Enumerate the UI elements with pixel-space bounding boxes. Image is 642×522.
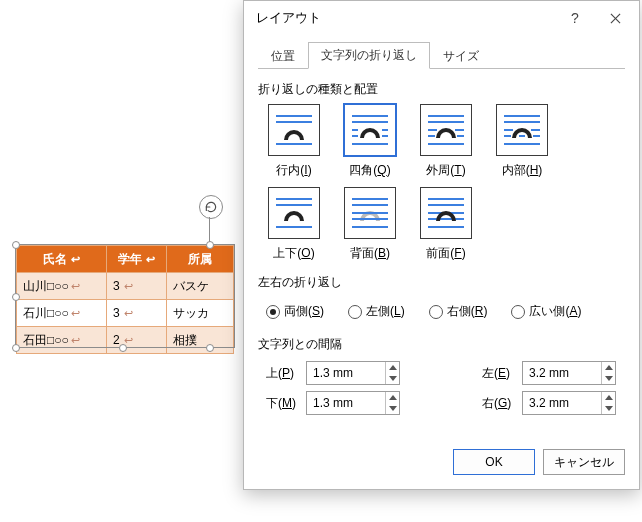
radio-icon [348, 305, 362, 319]
wrap-square-label: 四角(Q) [349, 162, 390, 179]
wrap-topbottom-label: 上下(O) [273, 245, 314, 262]
spacing-top-label: 上(P) [266, 365, 296, 382]
resize-handle[interactable] [12, 293, 20, 301]
wrap-inline-icon [268, 104, 320, 156]
svg-marker-47 [605, 406, 613, 411]
wrap-option-front[interactable]: 前面(F) [418, 187, 474, 262]
dialog-titlebar[interactable]: レイアウト ? [244, 1, 639, 36]
wrap-option-inline[interactable]: 行内(I) [266, 104, 322, 179]
section-spacing: 文字列との間隔 [258, 336, 625, 353]
svg-marker-43 [605, 376, 613, 381]
resize-handle[interactable] [119, 344, 127, 352]
spin-up-icon[interactable] [386, 392, 399, 403]
wrap-tight-icon [420, 104, 472, 156]
lr-wrap-radios: 両側(S) 左側(L) 右側(R) 広い側(A) [258, 297, 625, 324]
wrap-tight-label: 外周(T) [426, 162, 465, 179]
tab-position[interactable]: 位置 [258, 43, 308, 69]
help-button[interactable]: ? [555, 3, 595, 33]
spin-down-icon[interactable] [386, 373, 399, 384]
wrap-front-icon [420, 187, 472, 239]
radio-wide-side[interactable]: 広い側(A) [511, 303, 581, 320]
svg-marker-46 [605, 395, 613, 400]
spacing-bottom-input[interactable] [307, 392, 385, 414]
svg-marker-41 [389, 376, 397, 381]
svg-marker-45 [389, 406, 397, 411]
spacing-top-input[interactable] [307, 362, 385, 384]
section-lr-wrap: 左右の折り返し [258, 274, 625, 291]
spacing-left-spinner[interactable] [522, 361, 616, 385]
wrap-option-through[interactable]: 内部(H) [494, 104, 550, 179]
spacing-right-label: 右(G) [482, 395, 512, 412]
wrap-topbottom-icon [268, 187, 320, 239]
spacing-right-input[interactable] [523, 392, 601, 414]
selection-outline [15, 244, 235, 348]
wrap-square-icon [344, 104, 396, 156]
radio-icon [429, 305, 443, 319]
rotate-handle-connector [209, 217, 210, 244]
wrap-option-square[interactable]: 四角(Q) [342, 104, 398, 179]
layout-dialog: レイアウト ? 位置 文字列の折り返し サイズ 折り返しの種類と配置 行内(I) [243, 0, 640, 490]
wrap-option-behind[interactable]: 背面(B) [342, 187, 398, 262]
spin-down-icon[interactable] [386, 403, 399, 414]
spacing-bottom-label: 下(M) [266, 395, 296, 412]
close-button[interactable] [595, 3, 635, 33]
spin-up-icon[interactable] [602, 362, 615, 373]
spin-down-icon[interactable] [602, 403, 615, 414]
wrap-inline-label: 行内(I) [276, 162, 311, 179]
cancel-button[interactable]: キャンセル [543, 449, 625, 475]
wrap-option-tight[interactable]: 外周(T) [418, 104, 474, 179]
spacing-bottom-spinner[interactable] [306, 391, 400, 415]
tab-size[interactable]: サイズ [430, 43, 492, 69]
spin-down-icon[interactable] [602, 373, 615, 384]
wrap-option-topbottom[interactable]: 上下(O) [266, 187, 322, 262]
spin-up-icon[interactable] [602, 392, 615, 403]
ok-button[interactable]: OK [453, 449, 535, 475]
spin-up-icon[interactable] [386, 362, 399, 373]
wrap-through-label: 内部(H) [502, 162, 543, 179]
spacing-left-label: 左(E) [482, 365, 512, 382]
dialog-title: レイアウト [256, 9, 555, 27]
wrap-options-grid: 行内(I) 四角(Q) [258, 104, 625, 262]
svg-marker-40 [389, 365, 397, 370]
radio-both-sides[interactable]: 両側(S) [266, 303, 324, 320]
resize-handle[interactable] [12, 344, 20, 352]
radio-icon [266, 305, 280, 319]
resize-handle[interactable] [206, 344, 214, 352]
radio-left-side[interactable]: 左側(L) [348, 303, 405, 320]
wrap-front-label: 前面(F) [426, 245, 465, 262]
wrap-through-icon [496, 104, 548, 156]
wrap-behind-icon [344, 187, 396, 239]
radio-right-side[interactable]: 右側(R) [429, 303, 488, 320]
radio-icon [511, 305, 525, 319]
rotate-handle[interactable] [199, 195, 223, 219]
spacing-right-spinner[interactable] [522, 391, 616, 415]
spacing-left-input[interactable] [523, 362, 601, 384]
spacing-top-spinner[interactable] [306, 361, 400, 385]
svg-marker-44 [389, 395, 397, 400]
svg-marker-42 [605, 365, 613, 370]
word-table[interactable]: 氏名↩ 学年↩ 所属 山川□○○↩ 3↩ バスケ 石川□○○↩ 3↩ サッカ 石… [16, 245, 234, 347]
tab-text-wrapping[interactable]: 文字列の折り返し [308, 42, 430, 69]
tabstrip: 位置 文字列の折り返し サイズ [258, 42, 625, 69]
resize-handle[interactable] [206, 241, 214, 249]
section-wrap-type: 折り返しの種類と配置 [258, 81, 625, 98]
resize-handle[interactable] [12, 241, 20, 249]
close-icon [610, 13, 621, 24]
wrap-behind-label: 背面(B) [350, 245, 390, 262]
